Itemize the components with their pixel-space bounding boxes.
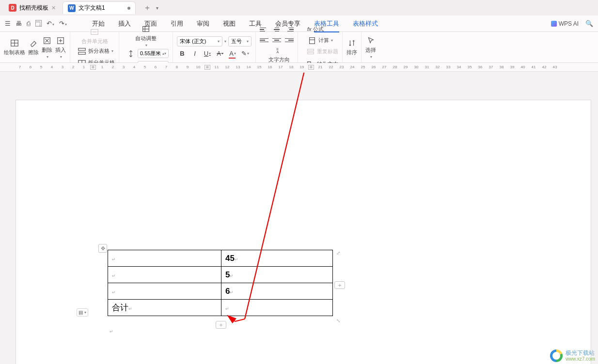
menu-right: WPS AI 🔍 bbox=[551, 20, 593, 27]
group-size: 自动调整▾ 0.55厘米▴▾ 3.76厘米▴▾ bbox=[119, 32, 173, 62]
split-table-icon bbox=[77, 46, 87, 56]
strike-button[interactable]: A▾ bbox=[215, 49, 225, 59]
menu-table-style[interactable]: 表格样式 bbox=[353, 19, 378, 28]
tab-label: 找稻壳模板 bbox=[19, 4, 48, 12]
sort-button[interactable]: 排序 bbox=[346, 38, 357, 56]
align-tc-icon[interactable] bbox=[272, 26, 281, 33]
ruler-tab-icon: ⊞ bbox=[205, 65, 210, 70]
autofit-button[interactable]: 自动调整▾ bbox=[135, 24, 157, 47]
ruler-tab-icon: ⊞ bbox=[308, 65, 314, 70]
menu-insert[interactable]: 插入 bbox=[118, 19, 131, 28]
ai-logo-icon bbox=[551, 21, 557, 27]
align-br-icon[interactable] bbox=[285, 36, 294, 44]
ribbon-toolbar: 绘制表格 擦除 删除▾ 插入▾ 合并单元格 拆分表格▾ 拆分单元格 bbox=[0, 32, 598, 63]
align-tr-icon[interactable] bbox=[285, 26, 294, 33]
wps-ai-button[interactable]: WPS AI bbox=[551, 20, 579, 27]
svg-text:A: A bbox=[277, 50, 279, 54]
menu-icon[interactable]: ☰ bbox=[5, 20, 11, 27]
font-color-button[interactable]: A▾ bbox=[227, 49, 238, 59]
insert-table-icon bbox=[56, 36, 65, 46]
table-row[interactable]: 合计↵↵ bbox=[108, 300, 333, 316]
tab-template[interactable]: D 找稻壳模板 ✕ bbox=[4, 1, 61, 14]
group-align: IIA 文字方向▾ bbox=[256, 32, 298, 62]
watermark-logo-icon bbox=[550, 349, 563, 362]
chevron-down-icon: ▾ bbox=[60, 55, 62, 59]
font-size-select[interactable]: 五号▾ bbox=[228, 36, 252, 46]
print-icon[interactable]: ⎙ bbox=[27, 20, 31, 27]
underline-button[interactable]: U▾ bbox=[202, 49, 213, 59]
watermark: 极光下载站 www.xz7.com bbox=[550, 349, 595, 362]
cursor-icon bbox=[366, 36, 376, 46]
document-page[interactable] bbox=[16, 100, 591, 364]
align-bl-icon[interactable] bbox=[260, 36, 268, 44]
delete-table-icon bbox=[42, 36, 52, 46]
template-icon: D bbox=[9, 4, 16, 12]
save-icon[interactable]: 🖶 bbox=[16, 20, 22, 27]
autofit-icon bbox=[141, 24, 151, 34]
menu-review[interactable]: 审阅 bbox=[197, 19, 209, 28]
select-button[interactable]: 选择▾ bbox=[365, 36, 376, 59]
svg-rect-25 bbox=[308, 52, 314, 54]
eraser-icon bbox=[29, 38, 38, 48]
table-resize-handle[interactable]: ⤡ bbox=[335, 317, 342, 324]
split-table-button[interactable]: 拆分表格▾ bbox=[77, 46, 115, 56]
quick-access: ☰ 🖶 ⎙ ⿹ ↶▾ ↷▾ bbox=[5, 20, 67, 27]
tab-menu-icon[interactable]: ▾ bbox=[156, 5, 158, 11]
document-canvas: ✥ ↵45↵ ↵5↵ ↵6↵ 合计↵↵ ↵ ＋ ＋ ⤡ ⤢ ▤▾ bbox=[0, 73, 598, 364]
draw-table-icon bbox=[10, 38, 19, 48]
table-move-handle[interactable]: ✥ bbox=[98, 244, 107, 253]
group-merge-split: 合并单元格 拆分表格▾ 拆分单元格 bbox=[70, 32, 119, 62]
group-sort: 排序 bbox=[343, 32, 362, 62]
italic-button[interactable]: I bbox=[189, 49, 200, 59]
bold-button[interactable]: B bbox=[177, 49, 188, 59]
sort-icon bbox=[347, 38, 357, 48]
document-table[interactable]: ↵45↵ ↵5↵ ↵6↵ 合计↵↵ bbox=[108, 250, 333, 316]
svg-rect-24 bbox=[308, 49, 314, 51]
draw-table-button[interactable]: 绘制表格 bbox=[4, 38, 25, 56]
table-row[interactable]: ↵45↵ bbox=[108, 250, 333, 267]
word-icon: W bbox=[68, 4, 76, 12]
redo-icon[interactable]: ↷▾ bbox=[59, 20, 67, 27]
svg-rect-22 bbox=[310, 37, 315, 44]
merge-cells-button: 合并单元格 bbox=[81, 27, 108, 45]
repeat-icon bbox=[306, 47, 315, 57]
table-row[interactable]: ↵6↵ bbox=[108, 283, 333, 300]
insert-button[interactable]: 插入▾ bbox=[55, 36, 66, 59]
modified-dot-icon bbox=[127, 7, 130, 10]
tab-label: 文字文稿1 bbox=[79, 4, 105, 12]
delete-button[interactable]: 删除▾ bbox=[42, 36, 52, 59]
table-corner-icon: ⤢ bbox=[335, 249, 342, 256]
undo-icon[interactable]: ↶▾ bbox=[47, 20, 54, 27]
group-font: 宋体 (正文)▾ ▾ 五号▾ B I U▾ A▾ A▾ ✎▾ bbox=[173, 32, 256, 62]
add-column-button[interactable]: ＋ bbox=[334, 281, 345, 289]
tab-document[interactable]: W 文字文稿1 bbox=[63, 1, 136, 14]
chevron-down-icon: ▾ bbox=[47, 55, 48, 59]
font-family-select[interactable]: 宋体 (正文)▾ bbox=[177, 36, 222, 46]
section-nav-button[interactable]: ▤▾ bbox=[77, 308, 88, 317]
align-tl-icon[interactable] bbox=[260, 26, 268, 33]
menu-view[interactable]: 视图 bbox=[223, 19, 236, 28]
section-icon: ▤ bbox=[79, 310, 83, 315]
menu-table-tools[interactable]: 表格工具 bbox=[314, 19, 339, 28]
horizontal-ruler[interactable]: 7654321 ⊞ 12345678910 ⊞ 1112131415161718… bbox=[0, 63, 598, 72]
search-icon[interactable]: 🔍 bbox=[585, 20, 593, 27]
add-tab-button[interactable]: ＋ bbox=[142, 3, 152, 13]
close-icon[interactable]: ✕ bbox=[51, 5, 56, 11]
erase-button[interactable]: 擦除 bbox=[28, 38, 39, 56]
svg-rect-11 bbox=[79, 48, 85, 50]
watermark-name: 极光下载站 bbox=[566, 350, 595, 356]
row-height-icon bbox=[126, 49, 136, 59]
add-row-button[interactable]: ＋ bbox=[216, 321, 226, 329]
calc-icon bbox=[307, 36, 317, 46]
calculate-button[interactable]: 计算▾ bbox=[307, 36, 333, 46]
document-tabs: D 找稻壳模板 ✕ W 文字文稿1 ＋ ▾ bbox=[0, 0, 598, 15]
watermark-url: www.xz7.com bbox=[566, 356, 595, 362]
menu-reference[interactable]: 引用 bbox=[171, 19, 183, 28]
ruler-tab-icon: ⊞ bbox=[90, 65, 96, 70]
preview-icon[interactable]: ⿹ bbox=[35, 20, 42, 27]
table-row[interactable]: ↵5↵ bbox=[108, 267, 333, 283]
row-height-control[interactable]: 0.55厘米▴▾ bbox=[126, 49, 169, 59]
highlight-button[interactable]: ✎▾ bbox=[240, 49, 251, 59]
group-data: fx公式 计算▾ 重复标题 转为文本 bbox=[298, 32, 343, 62]
align-bc-icon[interactable] bbox=[272, 36, 281, 44]
